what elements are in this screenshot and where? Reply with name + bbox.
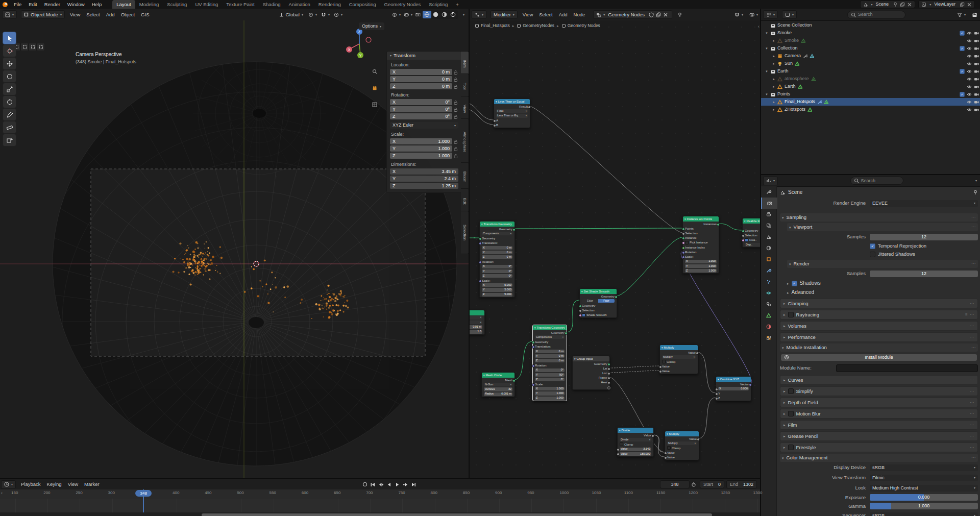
node-mesh-circle[interactable]: ▾Mesh CircleMeshN-Gon▾Vertices32Radius0.… [481,372,515,397]
properties-tab-material[interactable] [761,321,776,332]
node-row[interactable]: Clamp [618,442,653,447]
output-socket[interactable] [651,434,654,437]
transform-panel-location-x-field[interactable]: X0 m [390,69,452,75]
input-socket[interactable] [479,242,482,245]
node-row[interactable]: Dep..▾ [743,242,761,247]
collection-exclude-checkbox[interactable]: ✓ [960,46,965,51]
node-value-field[interactable]: Y0 m [482,251,512,254]
panel-header-motion-blur[interactable]: ▸Motion Blur⋯ [780,409,978,419]
breadcrumb-item[interactable]: Final_Hotspots [481,23,510,28]
node-overlays-button[interactable]: ▾ [746,9,761,20]
timeline-menu-playback[interactable]: Playback [18,479,44,489]
output-socket[interactable] [607,386,610,389]
current-frame-badge[interactable]: 348 [135,490,152,497]
toggle-option-face[interactable]: Face [598,299,615,303]
lock-button[interactable] [452,84,458,89]
node-checkbox[interactable] [685,241,689,244]
copy-icon[interactable] [656,12,661,17]
menu-file[interactable]: File [10,0,25,9]
transform-panel-scale-x-field[interactable]: X1.000 [390,138,452,144]
node-value-field[interactable]: Z5.000 [482,293,512,297]
properties-tab-world[interactable] [761,242,776,254]
input-socket[interactable] [715,397,718,400]
node-row[interactable]: Z1.000 [533,396,567,401]
properties-tab-render[interactable] [761,198,777,209]
collection-exclude-checkbox[interactable]: ✓ [960,69,965,74]
input-socket[interactable] [742,230,745,233]
panel-checkbox[interactable] [788,312,794,317]
node-row[interactable]: Float▾ [494,109,530,113]
render-engine-dropdown[interactable]: EEVEE▾ [870,200,978,207]
node-multiply-1[interactable]: ▾MultiplyValueMultiply▾ClampValueValue [659,345,698,374]
fake-user-shield-icon[interactable] [649,12,654,17]
timeline-keyframe-area[interactable] [0,499,760,512]
expander-closed[interactable]: ▸ [771,39,776,42]
node-menu-select[interactable]: Select [536,9,555,20]
output-socket[interactable] [697,438,700,441]
hide-eye-toggle[interactable] [967,38,972,43]
auto-keying-button[interactable] [361,481,369,488]
shading-rendered-button[interactable] [449,11,457,18]
node-value-field[interactable]: Z0° [482,274,512,278]
output-socket[interactable] [528,106,531,109]
proportional-editing-button[interactable]: ▾ [332,9,345,20]
panel-header-depth-of-field[interactable]: ▸Depth of Field⋯ [780,398,978,407]
rotation-mode-dropdown[interactable]: XYZ Euler▾ [390,122,458,129]
panel-header-color-management[interactable]: ▾Color Management⋯ [780,454,978,462]
xray-toggle[interactable] [414,9,422,20]
menu-window[interactable]: Window [64,0,88,9]
pin-button[interactable] [674,9,685,20]
output-socket[interactable] [696,352,699,355]
node-row[interactable]: X0° [480,264,514,269]
node-value-field[interactable]: X1.000 [685,260,717,263]
navigation-gizmo[interactable]: XYZ [345,27,374,59]
panel-header-film[interactable]: ▸Film⋯ [780,420,978,430]
overlays-dropdown[interactable]: ▾ [402,9,414,20]
outliner-row-earth[interactable]: ▾Earth✓ [761,67,980,75]
orientation-dropdown[interactable]: Global▾ [276,9,306,20]
node-dropdown[interactable]: Multiply▾ [667,441,697,445]
node-transform-geometry-1[interactable]: ▾Transform GeometryGeometryComponents▾Ge… [479,221,515,298]
tool-add-primitive-button[interactable] [3,134,16,146]
subpanel-shadows[interactable]: ▸✓Shadows [780,279,978,288]
input-socket[interactable] [664,452,667,455]
hide-eye-toggle[interactable] [967,77,972,82]
node-combine-xyz[interactable]: ▾Combine XYZVectorX0.000YZ [716,376,751,401]
node-row[interactable]: Divide▾ [618,437,653,442]
subpanel-checkbox[interactable]: ✓ [792,281,797,286]
outliner-row-camera[interactable]: ▸Camera [761,52,980,60]
transform-panel-rotation-z-field[interactable]: Z0° [390,113,452,119]
expander-open[interactable]: ▾ [764,92,769,96]
play-reverse-button[interactable] [386,481,393,488]
npanel-tab-edit[interactable]: Edit [461,188,469,214]
properties-tab-modifiers[interactable] [761,265,776,276]
camera-view-button[interactable] [372,86,378,92]
node-row[interactable]: Mode▾ [470,315,484,320]
transform-panel-title[interactable]: ▾Transform [387,52,461,60]
node-tree-type-dropdown[interactable]: Modifier▾ [491,10,518,19]
expander-open[interactable]: ▾ [764,46,769,50]
node-row[interactable]: X1.000 [683,259,719,264]
lock-button[interactable] [452,70,458,75]
node-dropdown[interactable]: Components▾ [535,335,565,339]
hide-eye-toggle[interactable] [967,69,972,74]
workspace-tab-animation[interactable]: Animation [285,0,314,9]
node-row[interactable]: Components▾ [533,335,567,339]
output-socket[interactable] [607,367,610,371]
input-socket[interactable] [682,241,685,244]
outliner-row-final-hotspots[interactable]: ▸Final_Hotspots [761,98,980,106]
workspace-tab-scripting[interactable]: Scripting [425,0,452,9]
menu-help[interactable]: Help [88,0,106,9]
node-value-field[interactable]: Vertices32 [484,387,512,391]
node-value-field[interactable]: Z0 m [482,255,512,259]
panel-header-volumes[interactable]: ▸Volumes⋯ [780,321,978,331]
gizmos-dropdown[interactable]: ▾ [390,9,402,20]
expander-closed[interactable]: ▸ [771,62,776,65]
transform-panel-scale-z-field[interactable]: Z1.000 [390,153,452,159]
node-row[interactable]: Z1.000 [683,268,719,273]
temporal-reprojection-checkbox[interactable]: ✓ [870,243,875,249]
shading-material-button[interactable] [440,11,449,18]
node-header[interactable]: ▾Realize Inst.. [743,218,761,224]
transform-panel-dimensions-y-field[interactable]: Y2.4 m [390,176,458,182]
properties-editor-type-button[interactable]: ▾ [763,177,778,185]
